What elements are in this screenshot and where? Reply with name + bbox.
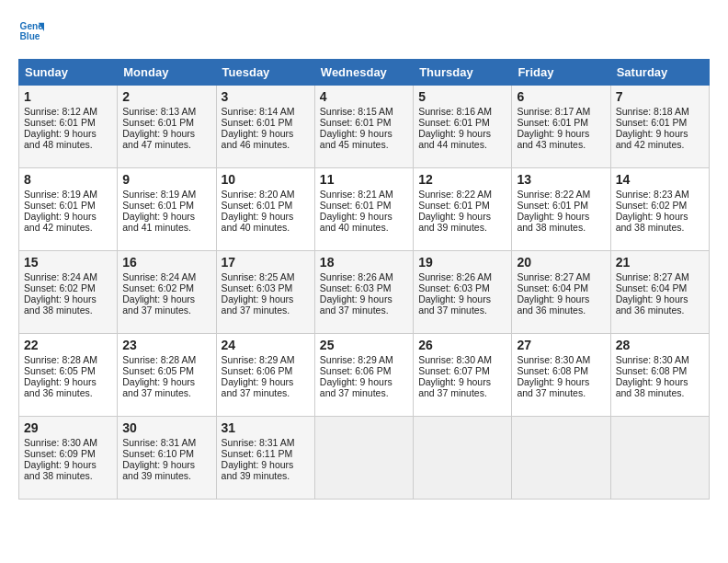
calendar-cell: 7Sunrise: 8:18 AMSunset: 6:01 PMDaylight…	[610, 86, 709, 168]
daylight: Daylight: 9 hours and 37 minutes.	[320, 293, 392, 316]
header-day: Friday	[512, 60, 610, 86]
calendar-cell: 22Sunrise: 8:28 AMSunset: 6:05 PMDayligh…	[19, 334, 118, 417]
header-day: Sunday	[19, 60, 118, 86]
sunset: Sunset: 6:01 PM	[616, 117, 688, 128]
day-number: 16	[122, 255, 210, 270]
calendar-cell: 20Sunrise: 8:27 AMSunset: 6:04 PMDayligh…	[512, 251, 610, 334]
daylight: Daylight: 9 hours and 39 minutes.	[222, 459, 294, 481]
calendar-cell: 23Sunrise: 8:28 AMSunset: 6:05 PMDayligh…	[118, 334, 216, 417]
calendar-cell: 29Sunrise: 8:30 AMSunset: 6:09 PMDayligh…	[19, 417, 118, 500]
sunset: Sunset: 6:09 PM	[24, 448, 96, 459]
daylight: Daylight: 9 hours and 43 minutes.	[517, 128, 589, 150]
header-day: Monday	[118, 60, 216, 86]
day-number: 18	[320, 255, 408, 270]
sunrise: Sunrise: 8:19 AM	[24, 189, 97, 200]
daylight: Daylight: 9 hours and 44 minutes.	[418, 128, 491, 150]
svg-text:Blue: Blue	[20, 31, 40, 41]
daylight: Daylight: 9 hours and 38 minutes.	[616, 211, 688, 233]
sunrise: Sunrise: 8:23 AM	[616, 189, 689, 200]
day-number: 15	[24, 255, 112, 270]
sunrise: Sunrise: 8:12 AM	[24, 106, 97, 117]
sunset: Sunset: 6:01 PM	[122, 117, 194, 128]
calendar-cell: 9Sunrise: 8:19 AMSunset: 6:01 PMDaylight…	[118, 168, 216, 251]
calendar-cell: 21Sunrise: 8:27 AMSunset: 6:04 PMDayligh…	[610, 251, 709, 334]
sunset: Sunset: 6:03 PM	[222, 282, 293, 293]
day-number: 4	[320, 89, 408, 104]
calendar-cell: 5Sunrise: 8:16 AMSunset: 6:01 PMDaylight…	[414, 86, 512, 168]
sunset: Sunset: 6:01 PM	[222, 200, 293, 211]
daylight: Daylight: 9 hours and 37 minutes.	[122, 376, 195, 398]
sunset: Sunset: 6:01 PM	[122, 200, 194, 211]
sunset: Sunset: 6:01 PM	[222, 117, 293, 128]
calendar-cell: 28Sunrise: 8:30 AMSunset: 6:08 PMDayligh…	[610, 334, 709, 417]
day-number: 5	[418, 89, 506, 104]
calendar-cell: 31Sunrise: 8:31 AMSunset: 6:11 PMDayligh…	[216, 417, 314, 500]
calendar-cell: 15Sunrise: 8:24 AMSunset: 6:02 PMDayligh…	[19, 251, 118, 334]
daylight: Daylight: 9 hours and 36 minutes.	[24, 376, 97, 398]
calendar-cell: 16Sunrise: 8:24 AMSunset: 6:02 PMDayligh…	[118, 251, 216, 334]
daylight: Daylight: 9 hours and 37 minutes.	[222, 376, 294, 398]
sunrise: Sunrise: 8:21 AM	[320, 189, 393, 200]
sunset: Sunset: 6:05 PM	[122, 365, 194, 376]
calendar-week-row: 15Sunrise: 8:24 AMSunset: 6:02 PMDayligh…	[19, 251, 710, 334]
sunset: Sunset: 6:01 PM	[320, 117, 392, 128]
calendar-cell: 8Sunrise: 8:19 AMSunset: 6:01 PMDaylight…	[19, 168, 118, 251]
header-day: Wednesday	[314, 60, 413, 86]
daylight: Daylight: 9 hours and 38 minutes.	[24, 293, 97, 316]
logo-icon: General Blue	[18, 18, 44, 44]
sunset: Sunset: 6:08 PM	[517, 365, 588, 376]
day-number: 21	[616, 255, 704, 270]
calendar-cell: 10Sunrise: 8:20 AMSunset: 6:01 PMDayligh…	[216, 168, 314, 251]
daylight: Daylight: 9 hours and 37 minutes.	[517, 376, 589, 398]
header-row: SundayMondayTuesdayWednesdayThursdayFrid…	[19, 60, 710, 86]
header-day: Saturday	[610, 60, 709, 86]
calendar-cell: 4Sunrise: 8:15 AMSunset: 6:01 PMDaylight…	[314, 86, 413, 168]
logo: General Blue	[18, 18, 48, 44]
calendar-cell: 17Sunrise: 8:25 AMSunset: 6:03 PMDayligh…	[216, 251, 314, 334]
day-number: 3	[222, 89, 310, 104]
sunrise: Sunrise: 8:29 AM	[222, 354, 295, 365]
sunset: Sunset: 6:04 PM	[517, 282, 588, 293]
daylight: Daylight: 9 hours and 37 minutes.	[418, 293, 491, 316]
daylight: Daylight: 9 hours and 37 minutes.	[418, 376, 491, 398]
page-header: General Blue	[18, 18, 710, 44]
day-number: 20	[517, 255, 605, 270]
calendar-cell: 13Sunrise: 8:22 AMSunset: 6:01 PMDayligh…	[512, 168, 610, 251]
day-number: 11	[320, 172, 408, 187]
day-number: 25	[320, 338, 408, 352]
header-day: Thursday	[414, 60, 512, 86]
calendar-week-row: 1Sunrise: 8:12 AMSunset: 6:01 PMDaylight…	[19, 86, 710, 168]
sunrise: Sunrise: 8:26 AM	[418, 271, 492, 282]
sunset: Sunset: 6:01 PM	[320, 200, 392, 211]
sunrise: Sunrise: 8:30 AM	[418, 354, 492, 365]
daylight: Daylight: 9 hours and 42 minutes.	[24, 211, 97, 233]
day-number: 19	[418, 255, 506, 270]
calendar-header: SundayMondayTuesdayWednesdayThursdayFrid…	[19, 60, 710, 86]
calendar-cell: 12Sunrise: 8:22 AMSunset: 6:01 PMDayligh…	[414, 168, 512, 251]
calendar-cell: 26Sunrise: 8:30 AMSunset: 6:07 PMDayligh…	[414, 334, 512, 417]
sunrise: Sunrise: 8:20 AM	[222, 189, 295, 200]
sunrise: Sunrise: 8:27 AM	[517, 271, 590, 282]
sunset: Sunset: 6:10 PM	[122, 448, 194, 459]
sunrise: Sunrise: 8:31 AM	[222, 437, 295, 448]
day-number: 9	[122, 172, 210, 187]
calendar-cell: 11Sunrise: 8:21 AMSunset: 6:01 PMDayligh…	[314, 168, 413, 251]
calendar-cell: 14Sunrise: 8:23 AMSunset: 6:02 PMDayligh…	[610, 168, 709, 251]
sunrise: Sunrise: 8:19 AM	[122, 189, 196, 200]
day-number: 22	[24, 338, 112, 352]
daylight: Daylight: 9 hours and 38 minutes.	[517, 211, 589, 233]
sunrise: Sunrise: 8:30 AM	[24, 437, 97, 448]
daylight: Daylight: 9 hours and 37 minutes.	[320, 376, 392, 398]
sunset: Sunset: 6:01 PM	[517, 117, 588, 128]
daylight: Daylight: 9 hours and 37 minutes.	[222, 293, 294, 316]
sunset: Sunset: 6:02 PM	[122, 282, 194, 293]
day-number: 12	[418, 172, 506, 187]
calendar-cell: 25Sunrise: 8:29 AMSunset: 6:06 PMDayligh…	[314, 334, 413, 417]
calendar-cell	[314, 417, 413, 500]
daylight: Daylight: 9 hours and 36 minutes.	[616, 293, 688, 316]
sunrise: Sunrise: 8:25 AM	[222, 271, 295, 282]
sunset: Sunset: 6:04 PM	[616, 282, 688, 293]
calendar-cell: 19Sunrise: 8:26 AMSunset: 6:03 PMDayligh…	[414, 251, 512, 334]
day-number: 13	[517, 172, 605, 187]
daylight: Daylight: 9 hours and 38 minutes.	[24, 459, 97, 481]
